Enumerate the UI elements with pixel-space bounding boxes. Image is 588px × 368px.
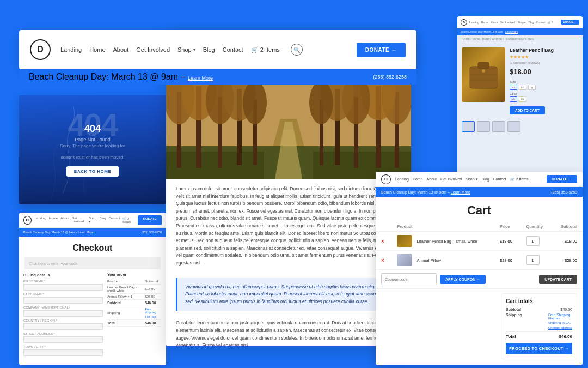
cart-nav-getinvolved[interactable]: Get Involved: [440, 177, 462, 182]
ecom-nav-blog[interactable]: Blog: [528, 21, 534, 24]
cart-shipping-row: Shipping Free Shipping Flat rate Shippin…: [506, 313, 572, 329]
cart-nav-contact[interactable]: Contact: [493, 177, 506, 182]
nav-link-about[interactable]: About: [113, 46, 129, 53]
coupon-input[interactable]: [381, 273, 437, 285]
shipping-note: Flat rate: [145, 315, 162, 318]
nav-link-getinvolved[interactable]: Get Involved: [136, 46, 170, 53]
billing-title: Billing details: [23, 273, 103, 277]
cart-nav-shop[interactable]: Shop ▾: [465, 177, 477, 182]
order-table: Product Subtotal Leather Pencil Bag - sm…: [107, 279, 162, 327]
checkout-card: D Landing Home About Get Involved Shop ▾…: [19, 213, 166, 365]
cart-nav-about[interactable]: About: [427, 177, 437, 182]
company-label: COMPANY NAME (OPTIONAL): [23, 306, 103, 309]
cart-price-2: $28.00: [494, 251, 521, 270]
cart-nav-blog[interactable]: Blog: [482, 177, 489, 182]
apply-coupon-button[interactable]: APPLY COUPON →: [440, 275, 486, 284]
checkout-nav-about[interactable]: About: [60, 216, 69, 224]
nav-link-home[interactable]: Home: [89, 46, 105, 53]
cart-learn-more[interactable]: Learn More: [451, 190, 470, 194]
city-input[interactable]: [23, 349, 103, 356]
color-black[interactable]: blk: [519, 96, 526, 102]
col-quantity: Quantity: [521, 222, 552, 232]
checkout-coupon-input[interactable]: Click here to enter your code.: [24, 257, 161, 269]
nav-link-contact[interactable]: Contact: [223, 46, 243, 53]
checkout-nav-shop[interactable]: Shop ▾: [89, 216, 97, 224]
cart-nav-logo[interactable]: D: [381, 174, 391, 184]
subtotal-label: Subtotal: [107, 300, 145, 306]
thumbnail-2[interactable]: [477, 121, 490, 132]
ecom-nav-shop[interactable]: Shop ▾: [517, 21, 526, 24]
search-icon[interactable]: 🔍: [291, 44, 303, 56]
col-subtotal: Subtotal: [552, 222, 583, 232]
cart-announce-text: Beach Cleanup Day: March 13 @ 9am – Lear…: [381, 190, 470, 194]
ecom-nav-getinvolved[interactable]: Get Involved: [500, 21, 515, 24]
cart-nav-cart[interactable]: 🛒 2 Items: [510, 177, 529, 182]
ecom-nav-contact[interactable]: Contact: [536, 21, 545, 24]
cart-announce: Beach Cleanup Day: March 13 @ 9am – Lear…: [376, 187, 583, 197]
remove-item-1-button[interactable]: ×: [381, 238, 384, 244]
blog-body-text2: Curabitur fermentum nulla non justo aliq…: [166, 315, 411, 346]
checkout-nav-logo[interactable]: D: [23, 216, 32, 225]
ecom-nav: D Landing Home About Get Involved Shop ▾…: [457, 16, 583, 28]
total-label: Total: [107, 320, 145, 327]
ecom-learn-more[interactable]: Learn More: [505, 31, 518, 33]
cart-nav-home[interactable]: Home: [413, 177, 423, 182]
main-nav-card: D Landing Home About Get Involved Shop ▾…: [19, 30, 416, 69]
ecom-donate-button[interactable]: DONATE →: [561, 20, 579, 25]
checkout-nav-blog[interactable]: Blog: [100, 216, 106, 224]
change-address-link[interactable]: Change address: [548, 326, 572, 329]
size-sm[interactable]: sm: [510, 85, 517, 90]
cart-bottom: Cart totals Subtotal $46.00 Shipping Fre…: [376, 289, 583, 364]
remove-item-2-button[interactable]: ×: [381, 257, 384, 263]
thumbnail-1[interactable]: [462, 121, 475, 132]
product-thumb-2: [397, 254, 412, 266]
ecom-nav-landing[interactable]: Landing: [469, 21, 479, 24]
proceed-to-checkout-button[interactable]: PROCEED TO CHECKOUT →: [506, 343, 572, 354]
cart-nav-landing[interactable]: Landing: [395, 177, 409, 182]
last-name-label: LAST NAME *: [23, 293, 103, 296]
size-lg[interactable]: lg: [528, 85, 536, 90]
ecom-nav-about[interactable]: About: [491, 21, 498, 24]
checkout-nav-getinvolved[interactable]: Get Involved: [72, 216, 86, 224]
nav-cart[interactable]: 🛒 2 Items: [251, 46, 280, 53]
ecom-nav-home[interactable]: Home: [481, 21, 488, 24]
update-cart-button[interactable]: UPDATE CART: [539, 275, 577, 284]
donate-button[interactable]: DONATE →: [357, 43, 406, 57]
country-input[interactable]: [23, 323, 103, 330]
checkout-nav-cart[interactable]: 🛒 2 Items: [122, 216, 134, 224]
announcement-bar: Beach Cleanup Day: March 13 @ 9am – Lear…: [19, 69, 416, 85]
cart-nav: D Landing Home About Get Involved Shop ▾…: [376, 172, 583, 187]
checkout-nav-links: Landing Home About Get Involved Shop ▾ B…: [35, 216, 135, 224]
cart-donate-button[interactable]: DONATE →: [547, 175, 577, 183]
nav-link-landing[interactable]: Landing: [60, 46, 82, 53]
error-404-card: 404 404 Page Not Found Sorry, The page y…: [19, 95, 166, 204]
first-name-input[interactable]: [23, 284, 103, 291]
back-to-home-button[interactable]: BACK TO HOME: [66, 166, 119, 177]
company-input[interactable]: [23, 310, 103, 317]
product-price: $18.00: [510, 68, 578, 76]
thumbnail-4[interactable]: [507, 121, 520, 132]
ecom-nav-logo[interactable]: D: [461, 19, 467, 26]
ecom-nav-cart[interactable]: 🛒 2: [548, 21, 553, 24]
thumbnail-3[interactable]: [492, 121, 505, 132]
shipping-val: Free shipping Flat rate: [145, 306, 162, 320]
checkout-nav-contact[interactable]: Contact: [109, 216, 120, 224]
checkout-donate-button[interactable]: DONATE →: [138, 215, 162, 225]
product-thumbnails: [457, 119, 583, 134]
address-input[interactable]: [23, 336, 103, 343]
checkout-learn-more[interactable]: Learn More: [78, 231, 93, 234]
nav-link-shop[interactable]: Shop ▾: [177, 46, 195, 53]
learn-more-link[interactable]: Learn More: [188, 75, 213, 81]
add-to-cart-button[interactable]: ADD TO CART: [510, 106, 545, 114]
last-name-input[interactable]: [23, 297, 103, 304]
table-row: Animal Pillow × 1 $28.00: [107, 294, 162, 300]
nav-logo[interactable]: D: [30, 39, 51, 60]
cart-qty-1[interactable]: 1: [526, 236, 540, 246]
color-white[interactable]: wht: [510, 96, 517, 102]
cart-item-1: × Leather Pencil Bag – small, white $18.…: [376, 232, 583, 251]
checkout-nav-landing[interactable]: Landing: [35, 216, 46, 224]
checkout-nav-home[interactable]: Home: [49, 216, 58, 224]
nav-link-blog[interactable]: Blog: [203, 46, 215, 53]
size-md[interactable]: md: [519, 85, 526, 90]
cart-qty-2[interactable]: 1: [526, 255, 540, 265]
